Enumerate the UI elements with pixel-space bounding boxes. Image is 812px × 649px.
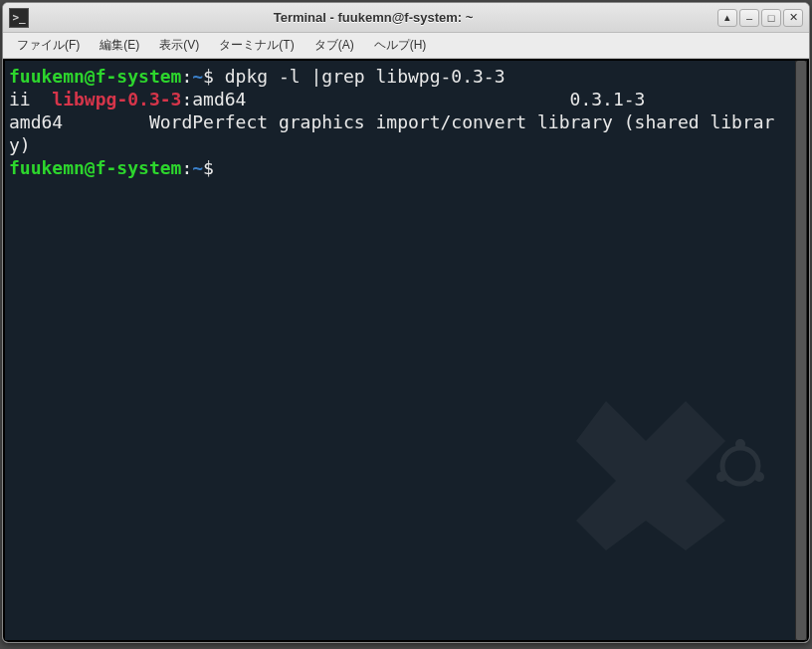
svg-point-2 xyxy=(754,472,764,482)
minimize-button[interactable]: – xyxy=(739,9,759,27)
menu-view[interactable]: 表示(V) xyxy=(149,33,209,58)
prompt-userhost: fuukemn@f-system xyxy=(9,66,181,87)
prompt-sigil-1: $ xyxy=(203,66,214,87)
watermark-icon xyxy=(566,381,765,550)
menubar: ファイル(F) 編集(E) 表示(V) ターミナル(T) タブ(A) ヘルプ(H… xyxy=(3,33,809,59)
out-version: 0.3.1-3 xyxy=(570,89,646,109)
svg-point-0 xyxy=(722,448,758,484)
titlebar[interactable]: >_ Terminal - fuukemn@f-system: ~ ▴ – □ … xyxy=(3,3,809,33)
maximize-button[interactable]: □ xyxy=(761,9,781,27)
prompt-sigil-2: $ xyxy=(203,157,214,178)
menu-edit[interactable]: 編集(E) xyxy=(90,33,149,58)
terminal-output[interactable]: fuukemn@f-system:~$ dpkg -l |grep libwpg… xyxy=(5,61,795,640)
window-title: Terminal - fuukemn@f-system: ~ xyxy=(37,10,710,25)
terminal-container: fuukemn@f-system:~$ dpkg -l |grep libwpg… xyxy=(3,59,809,642)
out-description: WordPerfect graphics import/convert libr… xyxy=(9,111,774,155)
scroll-up-button[interactable]: ▴ xyxy=(717,9,737,27)
menu-file[interactable]: ファイル(F) xyxy=(7,33,90,58)
prompt-userhost-2: fuukemn@f-system xyxy=(9,157,181,178)
svg-point-3 xyxy=(716,472,726,482)
app-window: >_ Terminal - fuukemn@f-system: ~ ▴ – □ … xyxy=(2,2,810,643)
prompt-sep-2: : xyxy=(181,157,192,178)
prompt-path-2: ~ xyxy=(192,157,203,178)
close-button[interactable]: ✕ xyxy=(783,9,803,27)
menu-help[interactable]: ヘルプ(H) xyxy=(364,33,437,58)
svg-point-1 xyxy=(735,439,745,449)
prompt-sep-1: : xyxy=(181,66,192,87)
prompt-path-1: ~ xyxy=(192,66,203,87)
scrollbar[interactable] xyxy=(795,61,807,640)
menu-tabs[interactable]: タブ(A) xyxy=(304,33,364,58)
command-text: dpkg -l |grep libwpg-0.3-3 xyxy=(214,66,506,87)
out-package: libwpg-0.3-3 xyxy=(52,89,181,109)
out-arch-suffix: :amd64 xyxy=(181,89,246,109)
terminal-icon: >_ xyxy=(9,8,29,28)
out-status: ii xyxy=(9,89,52,109)
menu-terminal[interactable]: ターミナル(T) xyxy=(209,33,304,58)
scrollbar-thumb[interactable] xyxy=(796,61,806,640)
out-arch: amd64 xyxy=(9,111,63,132)
window-controls: ▴ – □ ✕ xyxy=(717,9,803,27)
